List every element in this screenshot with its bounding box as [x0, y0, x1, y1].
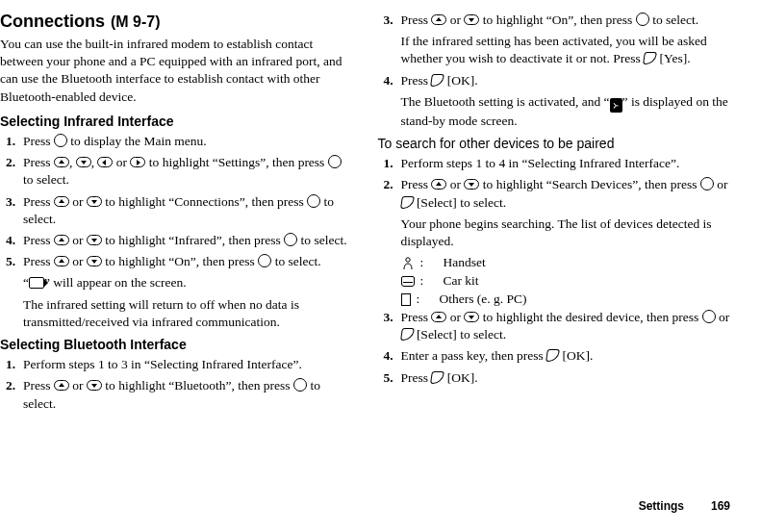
step-text: Press — [23, 134, 54, 148]
step-text: [OK]. — [559, 348, 593, 363]
footer-page-number: 169 — [711, 499, 730, 513]
left-key-icon — [97, 157, 113, 167]
search-step-1: 1. Perform steps 1 to 4 in “Selecting In… — [378, 155, 733, 172]
step-text: Enter a pass key, then press — [401, 348, 547, 363]
step-text: [OK]. — [444, 73, 477, 88]
search-note: Your phone begins searching. The list of… — [401, 215, 733, 250]
step-text: or — [716, 310, 730, 324]
step-text: to select. — [649, 13, 698, 27]
footer-section: Settings — [639, 499, 684, 513]
device-label: Car kit — [444, 272, 479, 291]
bluetooth-step-2: 2. Press or to highlight “Bluetooth”, th… — [0, 377, 355, 412]
bluetooth-activated-note: The Bluetooth setting is activated, and … — [401, 93, 733, 130]
step-text: to select. — [23, 172, 69, 187]
step-text: or — [69, 233, 87, 247]
bluetooth-step-4: 4. Press [OK]. — [378, 72, 733, 89]
center-key-icon — [328, 155, 342, 168]
colon: : — [420, 272, 438, 291]
center-key-icon — [700, 177, 714, 190]
right-key-icon — [130, 157, 145, 167]
step-text: or — [446, 310, 464, 324]
step-text: Press — [23, 254, 54, 268]
step-text: Press — [23, 378, 54, 393]
search-step-5: 5. Press [OK]. — [378, 369, 733, 387]
center-key-icon — [307, 194, 320, 208]
down-key-icon — [464, 179, 479, 190]
step-number: 3. — [378, 309, 393, 343]
center-key-icon — [284, 233, 297, 246]
soft-key-icon — [400, 328, 415, 341]
step-text: Press — [23, 233, 54, 247]
step-text: to highlight “Search Devices”, then pres… — [479, 177, 699, 191]
down-key-icon — [464, 14, 479, 25]
intro-text: You can use the built-in infrared modem … — [0, 36, 355, 106]
step-text: Perform steps 1 to 3 in “Selecting Infra… — [23, 356, 355, 373]
device-label: Handset — [444, 254, 486, 272]
center-key-icon — [54, 134, 67, 147]
bluetooth-deactivate-note: If the infrared setting has been activat… — [401, 33, 733, 67]
step-number: 4. — [378, 347, 393, 365]
step-text: The Bluetooth setting is activated, and … — [401, 94, 610, 109]
infrared-step-2: 2. Press , , or to highlight “Settings”,… — [0, 154, 355, 189]
step-number: 5. — [378, 369, 393, 387]
step-text: Perform steps 1 to 4 in “Selecting Infra… — [401, 155, 733, 172]
device-type-handset: : Handset — [401, 254, 733, 272]
step-text: or — [714, 177, 728, 191]
step-text: or — [69, 378, 87, 393]
step-text: , — [69, 155, 76, 169]
step-number: 1. — [0, 133, 15, 150]
up-key-icon — [431, 14, 446, 25]
step-text: [Select] to select. — [414, 327, 507, 342]
down-key-icon — [76, 157, 91, 167]
step-text: to highlight the desired device, then pr… — [479, 310, 701, 324]
down-key-icon — [87, 256, 102, 266]
step-text: or — [113, 155, 130, 169]
step-number: 3. — [378, 12, 393, 29]
step-text: ” will appear on the screen. — [44, 275, 187, 290]
infrared-on-note: “” will appear on the screen. — [23, 274, 355, 291]
step-text: or — [446, 177, 464, 191]
up-key-icon — [54, 235, 69, 245]
up-key-icon — [431, 312, 446, 322]
step-text: Press — [401, 370, 432, 385]
step-number: 4. — [378, 72, 393, 89]
step-text: to highlight “Infrared”, then press — [102, 233, 284, 247]
device-type-list: : Handset : Car kit : Others (e. g. PC) — [401, 254, 733, 309]
step-text: to display the Main menu. — [67, 134, 207, 148]
page-header: Connections (M 9-7) — [0, 12, 355, 32]
device-label: Others (e. g. PC) — [440, 291, 527, 309]
infrared-step-1: 1. Press to display the Main menu. — [0, 133, 355, 150]
other-device-icon — [401, 293, 411, 306]
page-title: Connections — [0, 12, 105, 32]
down-key-icon — [87, 235, 102, 245]
step-text: or — [69, 254, 87, 268]
up-key-icon — [54, 256, 69, 266]
colon: : — [420, 254, 438, 272]
page-code: (M 9-7) — [111, 13, 161, 31]
device-type-carkit: : Car kit — [401, 272, 733, 291]
up-key-icon — [431, 179, 446, 190]
step-text: Press — [401, 13, 432, 27]
step-number: 5. — [0, 253, 15, 270]
svg-point-0 — [405, 257, 409, 261]
subheading-bluetooth: Selecting Bluetooth Interface — [0, 337, 355, 352]
infrared-off-note: The infrared setting will return to off … — [23, 296, 355, 331]
step-number: 4. — [0, 232, 15, 249]
step-number: 1. — [378, 155, 393, 172]
center-key-icon — [293, 378, 307, 392]
bluetooth-icon: ᚛ — [610, 98, 622, 113]
step-text: to highlight “Settings”, then press — [145, 155, 327, 169]
down-key-icon — [87, 196, 102, 207]
step-text: Press — [23, 155, 54, 169]
step-number: 2. — [378, 176, 393, 211]
subheading-search: To search for other devices to be paired — [378, 136, 733, 151]
infrared-step-3: 3. Press or to highlight “Connections”, … — [0, 193, 355, 228]
handset-icon — [401, 257, 415, 270]
page-footer: Settings169 — [0, 482, 732, 513]
subheading-infrared: Selecting Infrared Interface — [0, 114, 355, 129]
up-key-icon — [54, 157, 69, 167]
step-text: to highlight “On”, then press — [102, 254, 258, 268]
center-key-icon — [258, 254, 271, 267]
search-step-4: 4. Enter a pass key, then press [OK]. — [378, 347, 733, 365]
step-text: or — [69, 194, 87, 209]
